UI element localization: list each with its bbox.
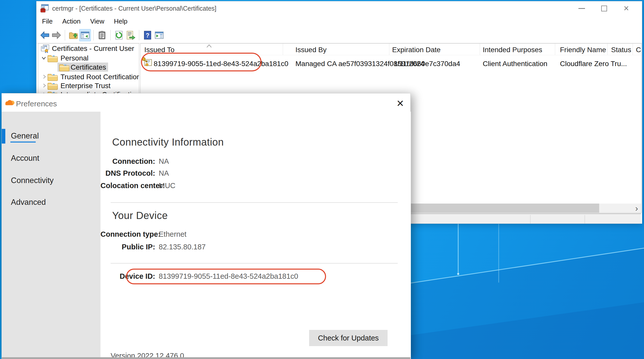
cell-issued-by: Managed CA ae57f03931324f08591d660e7c370…	[295, 60, 460, 68]
window-controls: ×	[571, 1, 637, 15]
info-label: DNS Protocol:	[100, 169, 155, 177]
column-separator[interactable]	[480, 44, 480, 55]
certmgr-menubar: File Action View Help	[36, 15, 642, 27]
info-row-colocation-center: Colocation center: MUC	[100, 182, 328, 190]
folder-icon	[47, 73, 58, 81]
preferences-dialog: Preferences × General Account Connectivi…	[2, 93, 411, 359]
minimize-button[interactable]	[571, 1, 593, 15]
tree-item-personal[interactable]: Personal	[38, 53, 139, 63]
section-divider	[111, 202, 398, 203]
back-button[interactable]	[39, 29, 51, 41]
column-header-friendly-name[interactable]: Friendly Name	[560, 46, 606, 54]
refresh-button[interactable]	[113, 29, 125, 41]
column-separator[interactable]	[633, 44, 633, 55]
tab-connectivity[interactable]: Connectivity	[11, 176, 54, 185]
tab-account[interactable]: Account	[11, 154, 39, 163]
column-header-expiration-date[interactable]: Expiration Date	[392, 46, 440, 54]
toolbar-separator	[93, 30, 94, 41]
column-separator[interactable]	[389, 44, 389, 55]
preferences-close-button[interactable]: ×	[393, 95, 408, 111]
folder-icon	[59, 63, 70, 72]
info-label: Public IP:	[100, 243, 155, 251]
wallpaper-beams	[411, 224, 644, 359]
info-value: NA	[159, 157, 328, 166]
help-button[interactable]	[142, 29, 153, 41]
tree-item-enterprise-trust[interactable]: Enterprise Trust	[38, 81, 139, 90]
menu-file[interactable]: File	[42, 17, 53, 25]
info-row-dns-protocol: DNS Protocol: NA	[100, 169, 328, 177]
column-header-issued-by[interactable]: Issued By	[295, 46, 327, 54]
tree-item-label: Enterprise Trust	[61, 82, 111, 90]
column-separator[interactable]	[283, 44, 283, 55]
preferences-sidebar: General Account Connectivity Advanced	[2, 112, 100, 359]
check-for-updates-button[interactable]: Check for Updates	[309, 330, 388, 346]
close-button[interactable]: ×	[615, 1, 637, 15]
maximize-button[interactable]	[593, 1, 615, 15]
cell-friendly-name: Cloudflare Zero Tru...	[560, 60, 627, 68]
export-list-button[interactable]	[125, 29, 136, 41]
active-tab-indicator	[2, 129, 5, 144]
menu-view[interactable]: View	[90, 17, 104, 25]
desktop: certmgr - [Certificates - Current User\P…	[0, 0, 644, 359]
sort-ascending-icon	[206, 44, 212, 48]
console-tree-toggle-button[interactable]	[79, 29, 91, 41]
certificate-store-icon	[40, 44, 50, 53]
menu-action[interactable]: Action	[62, 17, 80, 25]
info-label: Colocation center:	[100, 182, 155, 190]
maximize-icon	[601, 6, 607, 11]
column-header-certificate[interactable]: Ce	[636, 46, 641, 54]
tab-general[interactable]: General	[11, 131, 39, 141]
column-separator[interactable]	[555, 44, 555, 55]
tree-item-certificates[interactable]: Certificates	[38, 62, 139, 72]
info-value: NA	[159, 169, 328, 177]
statusbar-separator	[585, 215, 585, 224]
certmgr-titlebar: certmgr - [Certificates - Current User\P…	[36, 1, 642, 15]
info-row-connection: Connection: NA	[100, 157, 328, 166]
console-tree-icon	[80, 30, 90, 40]
chevron-down-icon[interactable]	[41, 55, 46, 61]
paste-button[interactable]	[96, 29, 108, 41]
active-tab-underline	[10, 142, 36, 143]
cell-intended-purposes: Client Authentication	[483, 60, 547, 68]
tree-item-label: Trusted Root Certification Au	[61, 73, 139, 81]
certmgr-app-icon	[40, 4, 49, 13]
cell-expiration-date: 1/11/2024	[394, 60, 425, 68]
info-label: Connection:	[100, 157, 155, 166]
scroll-right-icon: ›	[635, 204, 638, 212]
info-value: Ethernet	[159, 230, 328, 238]
toolbar-separator	[139, 30, 139, 41]
certmgr-toolbar	[36, 27, 642, 43]
refresh-icon	[114, 30, 124, 40]
section-divider	[111, 263, 398, 264]
scroll-right-button[interactable]: ›	[632, 204, 641, 213]
tree-root-certificates-current-user[interactable]: Certificates - Current User	[38, 44, 139, 53]
column-header-intended-purposes[interactable]: Intended Purposes	[483, 46, 542, 54]
column-header-status[interactable]: Status	[611, 46, 631, 54]
tree-item-label: Certificates	[71, 63, 106, 71]
menu-help[interactable]: Help	[114, 17, 127, 25]
section-heading-your-device: Your Device	[112, 210, 168, 221]
up-folder-button[interactable]	[68, 29, 79, 41]
toolbar-separator	[110, 30, 111, 41]
chevron-right-icon[interactable]	[42, 83, 47, 88]
info-value: MUC	[159, 182, 328, 190]
toolbar-separator	[65, 30, 65, 41]
tree-item-label: Personal	[61, 54, 89, 62]
cloudflare-logo-icon	[4, 99, 15, 107]
tree-item-trusted-root[interactable]: Trusted Root Certification Au	[38, 72, 139, 82]
chevron-right-icon[interactable]	[42, 74, 47, 79]
preferences-header: Preferences ×	[2, 93, 410, 112]
folder-icon	[47, 82, 58, 90]
preferences-content: Connectivity Information Connection: NA …	[100, 112, 411, 359]
info-row-public-ip: Public IP: 82.135.80.187	[100, 243, 328, 251]
statusbar-separator	[530, 215, 531, 224]
column-separator[interactable]	[607, 44, 608, 55]
issued-to-annotation-ellipse	[141, 53, 261, 71]
window-list-button[interactable]	[153, 29, 165, 41]
info-label: Connection type:	[100, 230, 155, 238]
tab-advanced[interactable]: Advanced	[11, 198, 46, 207]
help-icon	[143, 30, 152, 40]
forward-button[interactable]	[51, 29, 62, 41]
info-value: 82.135.80.187	[159, 243, 328, 251]
close-icon: ×	[623, 3, 629, 14]
